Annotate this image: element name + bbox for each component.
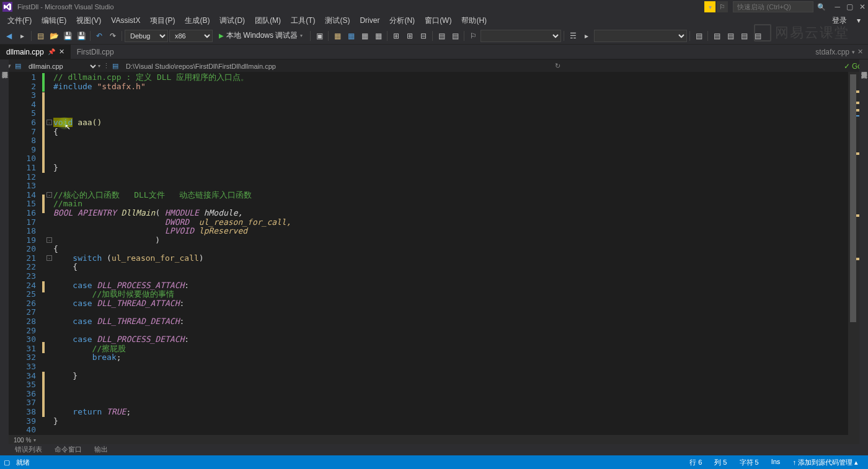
vertical-scrollbar[interactable]	[848, 72, 859, 435]
close-icon[interactable]: ✕	[59, 48, 64, 56]
maximize-button[interactable]: ▢	[846, 2, 853, 11]
status-line: 行 6	[683, 458, 708, 467]
error-list-tab[interactable]: 错误列表	[9, 444, 48, 455]
window-title: FirstDll - Microsoft Visual Studio	[17, 3, 114, 11]
menu-test[interactable]: 测试(S)	[320, 14, 355, 27]
right-panel-tabs: 解决方案资源管理器 团队资源管理器 属性	[859, 59, 868, 431]
fold-strip: - - - -	[46, 72, 53, 435]
menu-file[interactable]: 文件(F)	[2, 14, 37, 27]
tab-right-stdafx[interactable]: stdafx.cpp ▾ ✕	[810, 45, 868, 59]
nav-back-button[interactable]: ◀	[2, 30, 15, 42]
path-file-icon: ▤	[112, 62, 118, 70]
line-number-gutter: 1234567891011121314151617181920212223242…	[9, 72, 42, 435]
solution-explorer-tab[interactable]: 解决方案资源管理器	[859, 64, 868, 431]
tab-label: FirstDll.cpp	[77, 48, 114, 56]
status-scm[interactable]: ↑ 添加到源代码管理 ▴	[786, 458, 864, 467]
tb-icon-16[interactable]: ▤	[724, 30, 737, 42]
pin-icon[interactable]: 📌	[48, 48, 55, 55]
tb-icon-8[interactable]: ⊟	[417, 30, 430, 42]
feedback-flag-icon[interactable]: ⚐	[717, 1, 728, 12]
thread-combo[interactable]	[594, 30, 687, 42]
menu-analyze[interactable]: 分析(N)	[384, 14, 420, 27]
menu-window[interactable]: 窗口(W)	[420, 14, 456, 27]
tb-icon-5[interactable]: ▦	[372, 30, 384, 42]
status-ready: 就绪	[10, 458, 36, 467]
status-col: 列 5	[708, 458, 733, 467]
fold-toggle[interactable]: -	[46, 120, 52, 125]
zoom-level[interactable]: 100 %	[11, 437, 33, 444]
redo-button[interactable]: ↷	[107, 30, 119, 42]
save-button[interactable]: 💾	[61, 30, 74, 42]
watermark-logo-icon	[754, 24, 771, 42]
fold-toggle[interactable]: -	[46, 237, 52, 243]
code-editor[interactable]: 1234567891011121314151617181920212223242…	[9, 72, 859, 435]
start-debug-button[interactable]: ▶ 本地 Windows 调试器 ▾	[214, 30, 308, 42]
close-button[interactable]: ✕	[859, 2, 866, 11]
left-panel-tabs: 服务器资源管理器 工具箱	[0, 59, 9, 431]
menu-driver[interactable]: Driver	[355, 15, 384, 26]
config-select[interactable]: Debug	[125, 30, 168, 42]
menubar: 文件(F) 编辑(E) 视图(V) VAssistX 项目(P) 生成(B) 调…	[0, 14, 868, 27]
menu-vassistx[interactable]: VAssistX	[106, 15, 145, 26]
fold-toggle[interactable]: -	[46, 255, 52, 261]
search-icon[interactable]: 🔍	[817, 3, 826, 11]
tb-icon-12[interactable]: ☴	[567, 30, 579, 42]
toolbar: ◀ ▸ ▤ 📂 💾 💾 ↶ ↷ Debug x86 ▶ 本地 Windows 调…	[0, 27, 868, 45]
tb-icon-7[interactable]: ⊞	[404, 30, 416, 42]
status-char: 字符 5	[733, 458, 765, 467]
history-icon[interactable]: ↻	[555, 62, 560, 70]
tb-icon-3[interactable]: ▦	[345, 30, 357, 42]
tb-icon-9[interactable]: ▤	[435, 30, 448, 42]
breadcrumb-path: D:\Visual Studio\repos\FirstDll\FirstDll…	[126, 63, 276, 70]
undo-button[interactable]: ↶	[93, 30, 105, 42]
menu-edit[interactable]: 编辑(E)	[37, 14, 71, 27]
quick-launch-input[interactable]	[733, 1, 813, 12]
tb-icon-11[interactable]: ⚐	[467, 30, 479, 42]
tb-icon-4[interactable]: ▦	[358, 30, 371, 42]
save-all-button[interactable]: 💾	[75, 30, 87, 42]
tb-icon-15[interactable]: ▤	[711, 30, 723, 42]
tab-firstdll[interactable]: FirstDll.cpp	[71, 45, 120, 59]
status-ins: Ins	[765, 458, 787, 467]
menu-help[interactable]: 帮助(H)	[456, 14, 492, 27]
tb-icon-13[interactable]: ▸	[580, 30, 593, 42]
find-combo[interactable]	[480, 30, 561, 42]
output-panel-tabs: 错误列表 命令窗口 输出	[9, 444, 859, 455]
separator-icon: ⋮	[103, 62, 110, 70]
breadcrumb-bar: ▴ ▾ ▤ dllmain.cpp ▾ ⋮ ▤ D:\Visual Studio…	[0, 59, 868, 73]
tab-dllmain[interactable]: dllmain.cpp 📌 ✕	[0, 45, 71, 59]
open-button[interactable]: 📂	[48, 30, 60, 42]
nav-fwd-button[interactable]: ▸	[16, 30, 29, 42]
server-explorer-tab[interactable]: 服务器资源管理器	[0, 64, 9, 431]
tb-icon-1[interactable]: ▣	[313, 30, 326, 42]
output-tab[interactable]: 输出	[88, 444, 114, 455]
play-icon: ▶	[219, 32, 224, 39]
new-project-button[interactable]: ▤	[34, 30, 46, 42]
status-icon: ▢	[4, 458, 10, 467]
file-icon: ▤	[15, 62, 21, 70]
statusbar: ▢ 就绪 行 6 列 5 字符 5 Ins ↑ 添加到源代码管理 ▴	[0, 455, 868, 469]
fold-toggle[interactable]: -	[46, 192, 52, 198]
code-text-area[interactable]: // dllmain.cpp : 定义 DLL 应用程序的入口点。#includ…	[53, 72, 859, 435]
notification-badge-icon[interactable]: ▾	[704, 1, 715, 12]
zoom-dropdown-icon[interactable]: ▾	[33, 437, 36, 443]
tb-icon-14[interactable]: ▤	[693, 30, 705, 42]
menu-tools[interactable]: 工具(T)	[286, 14, 320, 27]
menu-build[interactable]: 生成(B)	[180, 14, 215, 27]
menu-view[interactable]: 视图(V)	[71, 14, 106, 27]
user-dropdown-icon[interactable]: ▾	[852, 16, 866, 25]
file-combo[interactable]: dllmain.cpp	[24, 62, 98, 71]
tb-icon-17[interactable]: ▤	[738, 30, 750, 42]
minimize-button[interactable]: ─	[835, 2, 840, 11]
platform-select[interactable]: x86	[169, 30, 213, 42]
tb-icon-10[interactable]: ▤	[449, 30, 461, 42]
menu-team[interactable]: 团队(M)	[250, 14, 286, 27]
vs-logo-icon	[2, 2, 12, 12]
tb-icon-2[interactable]: ▦	[331, 30, 343, 42]
menu-debug[interactable]: 调试(D)	[215, 14, 250, 27]
tb-icon-6[interactable]: ⊞	[390, 30, 402, 42]
command-window-tab[interactable]: 命令窗口	[48, 444, 88, 455]
watermark: 网易云课堂	[754, 24, 849, 42]
menu-project[interactable]: 项目(P)	[145, 14, 180, 27]
debug-target-label: 本地 Windows 调试器	[226, 30, 298, 41]
